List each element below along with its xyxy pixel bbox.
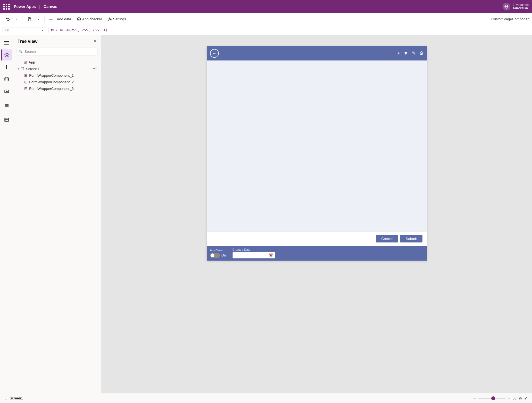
zoom-unit: % bbox=[519, 396, 522, 400]
app-title: Power Apps bbox=[14, 4, 36, 9]
page-name: CustomPageComponer bbox=[491, 17, 529, 21]
copy-dropdown-button[interactable] bbox=[35, 17, 42, 22]
add-data-button[interactable]: + Add data bbox=[47, 16, 73, 22]
form-bottom-bar: AutoSave On Created Date 📅 bbox=[207, 246, 427, 261]
back-button[interactable]: ← bbox=[210, 49, 219, 58]
svg-rect-8 bbox=[4, 41, 9, 42]
plus-icon bbox=[49, 17, 53, 21]
add-icon bbox=[4, 65, 9, 70]
tree-header: Tree view × bbox=[13, 35, 101, 48]
form-body bbox=[207, 60, 427, 231]
app-logo: Power Apps | Canvas bbox=[3, 4, 57, 10]
formula-property-selector[interactable]: Fill bbox=[2, 27, 46, 33]
svg-rect-15 bbox=[5, 118, 9, 122]
zoom-plus-button[interactable]: + bbox=[508, 396, 510, 401]
add-data-label: + Add data bbox=[54, 17, 71, 21]
undo-dropdown-button[interactable] bbox=[13, 17, 20, 22]
environment-info: Environmen AuroraBA bbox=[512, 3, 529, 10]
media-button[interactable] bbox=[1, 86, 12, 97]
app-subtitle: Canvas bbox=[43, 4, 57, 9]
app-label: App bbox=[29, 60, 35, 64]
edit-icon[interactable]: ✎ bbox=[412, 50, 416, 56]
search-input[interactable] bbox=[17, 48, 98, 56]
date-input[interactable] bbox=[235, 253, 268, 257]
copy-button[interactable] bbox=[25, 16, 34, 23]
form-wrapper-component: ← + ▼ ✎ ⚙ Cancel Submit bbox=[207, 46, 427, 261]
media-icon bbox=[4, 89, 9, 94]
main-layout: Tree view × 🔍 ⊞ App ▾ ☐ Screen1 ••• ⊞ bbox=[0, 35, 532, 393]
tree-item-app[interactable]: ⊞ App bbox=[13, 59, 101, 65]
status-bar-right: − + 50 % ⤢ bbox=[473, 396, 528, 401]
fx-label: fx bbox=[51, 28, 54, 32]
form-footer: Cancel Submit bbox=[207, 231, 427, 246]
zoom-slider[interactable] bbox=[478, 398, 506, 399]
chevron-down-icon-2 bbox=[37, 18, 40, 21]
data-button[interactable] bbox=[1, 74, 12, 85]
tree-item-screen1[interactable]: ▾ ☐ Screen1 ••• bbox=[13, 65, 101, 72]
form-header-left: ← bbox=[210, 49, 219, 58]
top-bar: Power Apps | Canvas Environmen AuroraBA bbox=[0, 0, 532, 13]
undo-button[interactable] bbox=[3, 16, 12, 23]
tree-search-container: 🔍 bbox=[17, 48, 98, 56]
form-settings-icon[interactable]: ⚙ bbox=[419, 50, 424, 56]
date-input-wrapper: 📅 bbox=[233, 252, 275, 258]
zoom-value: 50 bbox=[512, 396, 516, 400]
zoom-minus-button[interactable]: − bbox=[473, 396, 476, 401]
screen1-label: Screen1 bbox=[26, 67, 39, 71]
screen-label: Screen1 bbox=[10, 396, 23, 400]
app-checker-button[interactable]: App checker bbox=[75, 16, 104, 23]
svg-rect-3 bbox=[29, 18, 31, 21]
layers-button[interactable] bbox=[1, 49, 12, 60]
toggle-thumb bbox=[211, 253, 214, 257]
close-button[interactable]: × bbox=[94, 38, 97, 44]
tree-item-form2[interactable]: ⊞ FormWrapperComponent_2 bbox=[13, 79, 101, 85]
toolbar-divider-2 bbox=[44, 16, 45, 23]
svg-rect-10 bbox=[4, 44, 9, 45]
menu-toggle-button[interactable] bbox=[1, 37, 12, 48]
canvas-area[interactable]: ← + ▼ ✎ ⚙ Cancel Submit bbox=[101, 35, 532, 393]
tree-item-form3[interactable]: ⊞ FormWrapperComponent_3 bbox=[13, 85, 101, 92]
more-button[interactable]: ... bbox=[129, 16, 137, 22]
screen1-more-button[interactable]: ••• bbox=[93, 67, 97, 71]
created-date-section: Created Date 📅 bbox=[233, 248, 275, 258]
environment-icon[interactable] bbox=[503, 3, 510, 10]
settings-button[interactable]: Settings bbox=[105, 16, 128, 23]
tree-panel: Tree view × 🔍 ⊞ App ▾ ☐ Screen1 ••• ⊞ bbox=[13, 35, 101, 393]
formula-fx-area: fx bbox=[51, 28, 58, 32]
add-icon[interactable]: + bbox=[397, 51, 400, 56]
fit-screen-button[interactable]: ⤢ bbox=[524, 396, 528, 401]
submit-button[interactable]: Submit bbox=[400, 235, 422, 242]
search-icon: 🔍 bbox=[19, 50, 23, 54]
autosave-section: AutoSave On bbox=[210, 249, 226, 258]
calendar-icon[interactable]: 📅 bbox=[269, 253, 273, 257]
tree-items-list: ⊞ App ▾ ☐ Screen1 ••• ⊞ FormWrapperCompo… bbox=[13, 58, 101, 393]
formula-content[interactable]: RGBA(255, 255, 255, 1) bbox=[60, 28, 108, 32]
form3-grid-icon: ⊞ bbox=[24, 86, 28, 91]
form-header: ← + ▼ ✎ ⚙ bbox=[207, 46, 427, 60]
environment-name: AuroraBA bbox=[512, 6, 529, 10]
chevron-down-icon bbox=[15, 18, 18, 21]
layers-icon bbox=[4, 53, 9, 57]
tree-item-form1[interactable]: ⊞ FormWrapperComponent_1 bbox=[13, 72, 101, 79]
screen1-box-icon: ☐ bbox=[21, 67, 24, 71]
waffle-icon[interactable] bbox=[3, 4, 10, 10]
filter-icon[interactable]: ▼ bbox=[403, 51, 408, 56]
svg-point-13 bbox=[5, 77, 9, 79]
autosave-label: AutoSave bbox=[210, 249, 226, 252]
variables-button[interactable] bbox=[1, 114, 12, 125]
form3-label: FormWrapperComponent_3 bbox=[29, 87, 74, 91]
hamburger-icon bbox=[4, 40, 9, 45]
form2-grid-icon: ⊞ bbox=[24, 80, 28, 84]
toggle-control[interactable]: On bbox=[210, 253, 226, 258]
settings-icon bbox=[108, 17, 112, 21]
add-control-button[interactable] bbox=[1, 62, 12, 73]
form2-label: FormWrapperComponent_2 bbox=[29, 80, 74, 84]
cancel-button[interactable]: Cancel bbox=[376, 235, 398, 242]
app-grid-icon: ⊞ bbox=[24, 60, 27, 64]
formula-property-label: Fill bbox=[5, 28, 9, 32]
toggle-on-label: On bbox=[222, 253, 226, 257]
app-checker-label: App checker bbox=[82, 17, 102, 21]
advanced-button[interactable] bbox=[1, 100, 12, 111]
toggle-track[interactable] bbox=[210, 253, 220, 258]
checker-icon bbox=[77, 17, 81, 21]
